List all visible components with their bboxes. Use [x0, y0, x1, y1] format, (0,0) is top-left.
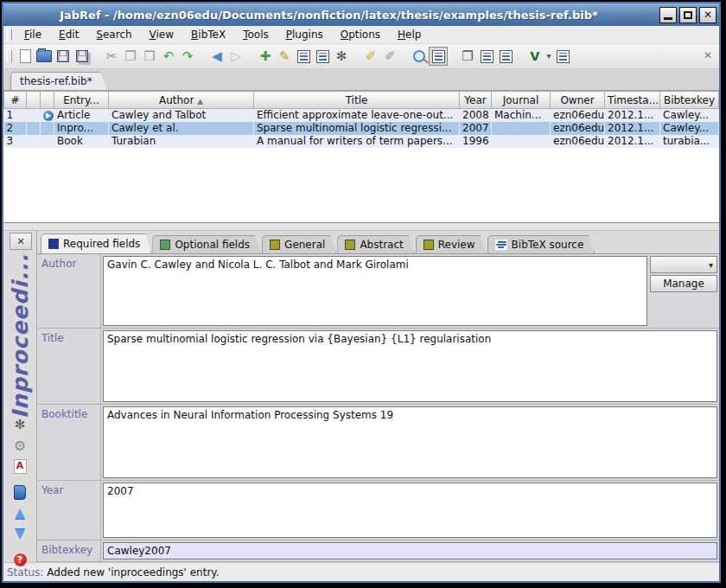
col-header-year[interactable]: Year: [460, 92, 492, 109]
toggle-preview-button[interactable]: [429, 47, 448, 66]
author-field-input[interactable]: Gavin C. Cawley and Nicola L. C. Talbot …: [103, 256, 647, 326]
save-database-button[interactable]: [54, 47, 73, 66]
book-icon: [14, 485, 26, 500]
sort-ascending-icon: ▲: [197, 97, 203, 105]
search-button[interactable]: [410, 47, 429, 66]
toolbar-drag-handle[interactable]: [7, 50, 12, 62]
minimize-icon: [664, 17, 672, 20]
menubar-drag-handle[interactable]: [7, 29, 12, 41]
col-header-icon2[interactable]: [41, 92, 54, 109]
generate-key-button[interactable]: ✻: [15, 414, 26, 435]
table-row-selected[interactable]: 2 Inpro... Cawley et al. Sparse multinom…: [4, 122, 719, 135]
forward-button[interactable]: ▷: [226, 47, 245, 66]
menu-options[interactable]: Options: [332, 27, 389, 42]
menu-view[interactable]: View: [141, 27, 182, 42]
menu-search[interactable]: Search: [87, 27, 140, 42]
edit-preamble-button[interactable]: [294, 47, 313, 66]
title-field-label: Title: [37, 329, 101, 404]
table-row[interactable]: 3 Book Turabian A manual for writers of …: [4, 135, 719, 148]
copy-button[interactable]: ❐: [121, 47, 140, 66]
tab-optional-fields[interactable]: Optional fields: [152, 235, 261, 253]
bibtexkey-field-input[interactable]: Cawley2007: [103, 542, 717, 559]
col-header-owner[interactable]: Owner: [551, 92, 605, 109]
tab-abstract[interactable]: Abstract: [337, 235, 414, 253]
bibtexkey-field-label: Bibtexkey: [37, 540, 101, 561]
menu-file[interactable]: File: [16, 27, 50, 42]
tab-review[interactable]: Review: [416, 235, 487, 253]
save-all-button[interactable]: [73, 47, 92, 66]
file-tab[interactable]: thesis-ref.bib*: [10, 72, 107, 90]
menu-tools[interactable]: Tools: [234, 27, 277, 42]
redo-button[interactable]: ↷: [178, 47, 197, 66]
new-entry-button[interactable]: ✚: [256, 47, 275, 66]
menu-edit[interactable]: Edit: [50, 27, 87, 42]
menu-plugins[interactable]: Plugins: [277, 27, 332, 42]
tab-required-fields[interactable]: Required fields: [41, 233, 151, 253]
booktitle-field-input[interactable]: Advances in Neural Information Processin…: [103, 406, 717, 478]
menu-bar: File Edit Search View BibTeX Tools Plugi…: [3, 26, 719, 44]
help-button[interactable]: ?: [14, 549, 27, 570]
col-header-icon1[interactable]: [27, 92, 41, 109]
table-row[interactable]: 1 ▶ Article Cawley and Talbot Efficient …: [4, 109, 719, 123]
col-header-timestamp[interactable]: Timesta...: [605, 92, 660, 109]
next-entry-button[interactable]: ▼: [15, 523, 25, 544]
title-bar: JabRef - /home/ezn06edu/Documents/nonfic…: [3, 3, 719, 26]
col-header-journal[interactable]: Journal: [492, 92, 551, 109]
chevron-down-icon: ▾: [709, 260, 713, 270]
back-button[interactable]: ◀: [207, 47, 226, 66]
url-link-icon[interactable]: ▶: [43, 111, 54, 121]
minimize-button[interactable]: [659, 7, 677, 23]
title-field-input[interactable]: Sparse multinomial logistic regression v…: [103, 330, 717, 402]
wand-icon: ✻: [15, 417, 26, 432]
manage-button[interactable]: Manage: [650, 275, 717, 292]
previous-entry-button[interactable]: ▲: [15, 502, 25, 523]
edit-entry-button[interactable]: ✎: [275, 47, 294, 66]
editor-tab-bar: Required fields Optional fields General …: [37, 231, 719, 253]
col-header-bibtexkey[interactable]: Bibtexkey: [660, 92, 719, 109]
open-pdf-button[interactable]: A: [14, 456, 27, 476]
push-doc-icon: [500, 50, 513, 63]
fetch-medline-button[interactable]: V: [525, 47, 544, 66]
paste-button[interactable]: ❒: [140, 47, 159, 66]
mark-icon: ✐: [366, 50, 377, 63]
close-editor-button[interactable]: ✕: [10, 233, 32, 250]
status-message: Added new 'inproceedings' entry.: [47, 566, 219, 578]
push-to-emacs-button[interactable]: [496, 47, 515, 66]
col-header-entrytype[interactable]: Entry...: [54, 92, 109, 109]
paste-icon: ❒: [143, 50, 155, 63]
year-field-input[interactable]: 2007: [103, 483, 717, 537]
author-name-format-select[interactable]: ▾: [650, 256, 717, 273]
menu-bibtex[interactable]: BibTeX: [182, 27, 234, 42]
open-file-button[interactable]: [14, 482, 26, 502]
col-header-author[interactable]: Author ▲: [109, 92, 254, 109]
duplicate-button[interactable]: ❐: [458, 47, 477, 66]
fetch-dropdown-button[interactable]: ▾: [544, 47, 553, 66]
tab-bibtex-source[interactable]: BibTeX source: [487, 235, 595, 253]
push-to-lyx-button[interactable]: [477, 47, 496, 66]
help-icon: ?: [14, 553, 27, 566]
entry-editor: ✕ Inproceedi... ✻ ⚙ A ▲ ▼ ? Required fie…: [3, 231, 719, 562]
open-database-button[interactable]: [35, 47, 54, 66]
export-button[interactable]: [553, 47, 572, 66]
col-header-num[interactable]: #: [4, 92, 27, 109]
col-header-title[interactable]: Title: [254, 92, 460, 109]
close-button[interactable]: ✕: [699, 7, 716, 23]
edit-preamble-icon: [297, 50, 310, 63]
mark-entries-button[interactable]: ✐: [361, 47, 380, 66]
edit-strings-button[interactable]: [313, 47, 332, 66]
new-database-button[interactable]: [16, 47, 35, 66]
undo-button[interactable]: ↶: [159, 47, 178, 66]
wizard-button[interactable]: ✻: [332, 47, 351, 66]
copy-icon: ❐: [124, 50, 136, 63]
new-document-icon: [20, 49, 31, 63]
jabref-window: JabRef - /home/ezn06edu/Documents/nonfic…: [2, 2, 721, 583]
settings-button[interactable]: ⚙: [14, 435, 26, 456]
maximize-button[interactable]: [679, 7, 697, 23]
table-editor-splitter[interactable]: [3, 223, 719, 231]
toolbar-close-icon[interactable]: ✕: [704, 49, 712, 61]
menu-help[interactable]: Help: [389, 27, 430, 42]
unmark-entries-button[interactable]: ✐: [380, 47, 399, 66]
abstract-tab-icon: [345, 240, 355, 250]
cut-button[interactable]: ✂: [102, 47, 121, 66]
tab-general[interactable]: General: [262, 235, 336, 253]
